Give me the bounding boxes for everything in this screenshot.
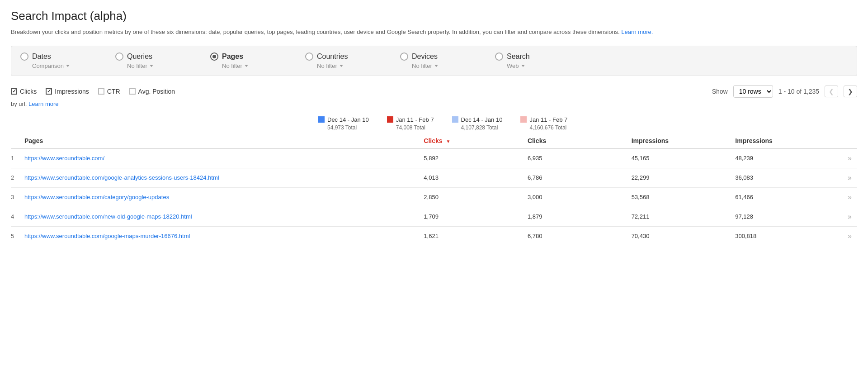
dimension-devices[interactable]: Devices No filter xyxy=(400,52,491,69)
dimension-pages-label: Pages xyxy=(222,52,243,61)
caret-queries xyxy=(150,65,153,67)
row-expand-button[interactable]: » xyxy=(839,207,857,226)
radio-search xyxy=(495,52,503,61)
sort-arrow-clicks: ▼ xyxy=(446,139,450,144)
legend-total-2: 74,008 Total xyxy=(387,124,434,131)
row-clicks2: 1,879 xyxy=(528,207,632,226)
checkbox-clicks xyxy=(11,88,17,95)
row-url[interactable]: https://www.seroundtable.com/category/go… xyxy=(24,187,424,207)
legend-group-1: Dec 14 - Jan 10 54,973 Total xyxy=(318,116,369,131)
checkbox-avg-position xyxy=(129,88,136,95)
row-clicks1: 1,709 xyxy=(424,207,528,226)
page-description: Breakdown your clicks and position metri… xyxy=(11,28,689,37)
caret-search xyxy=(521,65,525,67)
legend-total-1: 54,973 Total xyxy=(318,124,369,131)
legend-color-1 xyxy=(318,116,325,123)
legend-label-4: Jan 11 - Feb 7 xyxy=(529,116,567,123)
page-info: 1 - 10 of 1,235 xyxy=(778,88,819,95)
legend-title-4: Jan 11 - Feb 7 xyxy=(520,116,567,123)
dimension-countries-filter[interactable]: No filter xyxy=(317,62,343,69)
metric-ctr[interactable]: CTR xyxy=(98,88,120,95)
row-clicks2: 6,780 xyxy=(528,226,632,246)
metric-avg-position[interactable]: Avg. Position xyxy=(129,88,175,95)
pagination-area: Show 10 rows 25 rows 50 rows 1 - 10 of 1… xyxy=(712,85,857,98)
metrics-row: Clicks Impressions CTR Avg. Position Sho… xyxy=(11,85,857,98)
legend-total-4: 4,160,676 Total xyxy=(520,124,567,131)
chart-legend: Dec 14 - Jan 10 54,973 Total Jan 11 - Fe… xyxy=(11,116,857,131)
metric-ctr-label: CTR xyxy=(107,88,120,95)
dimension-countries[interactable]: Countries No filter xyxy=(305,52,396,69)
row-impressions1: 22,299 xyxy=(632,168,736,187)
row-impressions1: 45,165 xyxy=(632,148,736,168)
next-page-button[interactable]: ❯ xyxy=(844,86,857,97)
dimension-search[interactable]: Search Web xyxy=(495,52,585,69)
learn-more-link-top[interactable]: Learn more. xyxy=(621,29,653,35)
metric-impressions[interactable]: Impressions xyxy=(46,88,89,95)
page-title: Search Impact (alpha) xyxy=(11,9,857,23)
legend-color-3 xyxy=(452,116,458,123)
prev-page-button[interactable]: ❮ xyxy=(825,86,838,97)
th-clicks1[interactable]: Clicks ▼ xyxy=(424,134,528,148)
row-url[interactable]: https://www.seroundtable.com/google-maps… xyxy=(24,226,424,246)
dimension-devices-filter[interactable]: No filter xyxy=(412,62,438,69)
row-expand-button[interactable]: » xyxy=(839,187,857,207)
row-impressions2: 61,466 xyxy=(735,187,839,207)
row-url[interactable]: https://www.seroundtable.com/google-anal… xyxy=(24,168,424,187)
row-impressions2: 36,083 xyxy=(735,168,839,187)
learn-more-link-byurl[interactable]: Learn more xyxy=(28,100,58,107)
radio-countries xyxy=(305,52,313,61)
th-pages: Pages xyxy=(24,134,424,148)
row-impressions1: 72,211 xyxy=(632,207,736,226)
dimension-search-filter[interactable]: Web xyxy=(507,62,525,69)
by-url-row: by url. Learn more xyxy=(11,100,857,107)
dimension-dates-label: Dates xyxy=(32,52,51,61)
th-num xyxy=(11,134,24,148)
dimension-queries-filter[interactable]: No filter xyxy=(127,62,153,69)
row-num: 1 xyxy=(11,148,24,168)
rows-select[interactable]: 10 rows 25 rows 50 rows xyxy=(733,85,773,98)
row-expand-button[interactable]: » xyxy=(839,168,857,187)
row-impressions2: 300,818 xyxy=(735,226,839,246)
caret-devices xyxy=(434,65,438,67)
metric-clicks[interactable]: Clicks xyxy=(11,88,37,95)
by-url-text: by url. xyxy=(11,100,27,107)
row-expand-button[interactable]: » xyxy=(839,148,857,168)
table-body: 1 https://www.seroundtable.com/ 5,892 6,… xyxy=(11,148,857,246)
row-impressions1: 70,430 xyxy=(632,226,736,246)
row-clicks2: 3,000 xyxy=(528,187,632,207)
legend-label-2: Jan 11 - Feb 7 xyxy=(396,116,434,123)
row-clicks2: 6,786 xyxy=(528,168,632,187)
dimension-dates[interactable]: Dates Comparison xyxy=(20,52,111,69)
results-table: Pages Clicks ▼ Clicks Impressions Impres… xyxy=(11,134,857,246)
dimension-queries[interactable]: Queries No filter xyxy=(115,52,206,69)
row-impressions1: 53,568 xyxy=(632,187,736,207)
row-clicks1: 2,850 xyxy=(424,187,528,207)
dimension-dates-filter[interactable]: Comparison xyxy=(32,62,70,69)
dimension-bar: Dates Comparison Queries No filter Pages… xyxy=(11,46,857,76)
table-row: 3 https://www.seroundtable.com/category/… xyxy=(11,187,857,207)
table-row: 1 https://www.seroundtable.com/ 5,892 6,… xyxy=(11,148,857,168)
row-expand-button[interactable]: » xyxy=(839,226,857,246)
legend-color-4 xyxy=(520,116,527,123)
th-impressions2: Impressions xyxy=(735,134,839,148)
legend-group-4: Jan 11 - Feb 7 4,160,676 Total xyxy=(520,116,567,131)
radio-pages xyxy=(210,52,218,61)
row-url[interactable]: https://www.seroundtable.com/new-old-goo… xyxy=(24,207,424,226)
legend-group-3: Dec 14 - Jan 10 4,107,828 Total xyxy=(452,116,503,131)
row-impressions2: 97,128 xyxy=(735,207,839,226)
row-num: 5 xyxy=(11,226,24,246)
th-action xyxy=(839,134,857,148)
row-impressions2: 48,239 xyxy=(735,148,839,168)
checkbox-impressions xyxy=(46,88,52,95)
dimension-pages-filter[interactable]: No filter xyxy=(222,62,248,69)
show-label: Show xyxy=(712,88,728,95)
legend-title-2: Jan 11 - Feb 7 xyxy=(387,116,434,123)
radio-dates xyxy=(20,52,28,61)
dimension-devices-label: Devices xyxy=(412,52,438,61)
dimension-pages[interactable]: Pages No filter xyxy=(210,52,301,69)
row-clicks2: 6,935 xyxy=(528,148,632,168)
row-url[interactable]: https://www.seroundtable.com/ xyxy=(24,148,424,168)
dimension-search-label: Search xyxy=(507,52,530,61)
row-clicks1: 4,013 xyxy=(424,168,528,187)
row-num: 2 xyxy=(11,168,24,187)
